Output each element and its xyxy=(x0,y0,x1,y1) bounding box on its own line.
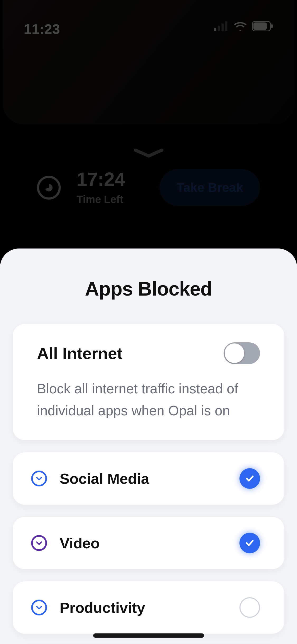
wifi-icon xyxy=(234,21,247,31)
all-internet-title: All Internet xyxy=(37,344,122,363)
bottom-sheet: Apps Blocked All Internet Block all inte… xyxy=(0,249,297,644)
category-checkbox[interactable] xyxy=(239,533,260,553)
category-label: Social Media xyxy=(60,470,149,487)
svg-rect-1 xyxy=(218,26,220,31)
category-label: Video xyxy=(60,535,100,552)
svg-rect-3 xyxy=(225,21,227,31)
timer-label: Time Left xyxy=(77,194,125,205)
all-internet-card: All Internet Block all internet traffic … xyxy=(13,324,284,440)
timer-icon xyxy=(37,176,61,200)
category-checkbox[interactable] xyxy=(239,597,260,618)
svg-rect-6 xyxy=(271,24,273,28)
status-bar: 11:23 xyxy=(0,0,297,45)
chevron-down-icon[interactable] xyxy=(31,471,47,486)
svg-rect-2 xyxy=(221,24,224,31)
toggle-knob xyxy=(225,343,244,363)
chevron-down-icon[interactable] xyxy=(31,535,47,551)
category-label: Productivity xyxy=(60,599,145,616)
category-checkbox[interactable] xyxy=(239,468,260,489)
cellular-icon xyxy=(214,21,228,31)
category-row-productivity[interactable]: Productivity xyxy=(13,581,284,634)
timer-value: 17:24 xyxy=(77,170,125,189)
category-row-social-media[interactable]: Social Media xyxy=(13,452,284,505)
all-internet-description: Block all internet traffic instead of in… xyxy=(37,378,260,422)
battery-icon xyxy=(252,21,273,31)
status-time: 11:23 xyxy=(24,21,60,37)
all-internet-toggle[interactable] xyxy=(224,342,260,364)
svg-rect-0 xyxy=(214,28,216,31)
status-icons xyxy=(214,21,273,31)
sheet-title: Apps Blocked xyxy=(13,278,284,300)
take-break-button[interactable]: Take Break xyxy=(159,169,260,206)
timer-row: 17:24 Time Left Take Break xyxy=(0,169,297,206)
home-indicator[interactable] xyxy=(93,633,204,638)
chevron-down-icon xyxy=(133,148,164,160)
category-row-video[interactable]: Video xyxy=(13,517,284,569)
chevron-down-icon[interactable] xyxy=(31,600,47,615)
svg-rect-5 xyxy=(253,22,267,30)
